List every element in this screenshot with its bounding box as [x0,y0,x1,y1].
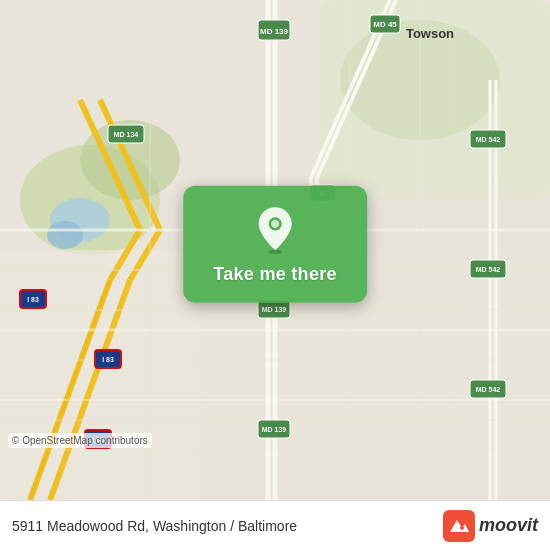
popup-overlay: Take me there [183,186,367,303]
svg-text:MD 134: MD 134 [114,131,139,138]
svg-point-6 [47,221,83,249]
svg-text:I 83: I 83 [27,296,39,303]
take-me-there-button[interactable]: Take me there [213,264,337,285]
svg-text:MD 139: MD 139 [262,306,287,313]
svg-text:MD 45: MD 45 [373,20,397,29]
moovit-brand-icon [443,510,475,542]
svg-text:MD 139: MD 139 [262,426,287,433]
moovit-brand-text: moovit [479,515,538,536]
osm-attribution: © OpenStreetMap contributors [8,433,152,448]
popup-box[interactable]: Take me there [183,186,367,303]
location-pin-icon [251,206,299,254]
svg-point-64 [271,220,279,228]
svg-text:MD 542: MD 542 [476,136,501,143]
svg-text:MD 139: MD 139 [260,27,289,36]
svg-text:MD 542: MD 542 [476,266,501,273]
svg-text:I 83: I 83 [102,356,114,363]
svg-point-66 [460,526,464,530]
moovit-logo: moovit [443,510,538,542]
map-container: MD 139 MD 45 45 MD 134 I 83 I 83 I 83 MD… [0,0,550,500]
svg-text:MD 542: MD 542 [476,386,501,393]
svg-text:Towson: Towson [406,26,454,41]
bottom-bar: 5911 Meadowood Rd, Washington / Baltimor… [0,500,550,550]
address-text: 5911 Meadowood Rd, Washington / Baltimor… [12,518,297,534]
